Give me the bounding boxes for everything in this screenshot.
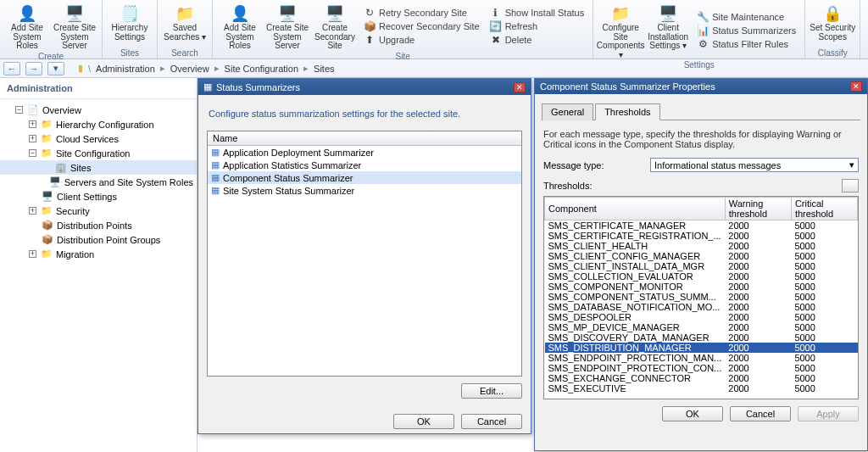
thresholds-grid[interactable]: Component Warning threshold Critical thr… <box>543 196 859 399</box>
message-type-dropdown[interactable]: Informational status messages ▾ <box>650 158 859 172</box>
tree-item[interactable]: 🖥️Client Settings <box>0 189 197 204</box>
expand-icon[interactable]: + <box>29 135 36 142</box>
summarizer-list[interactable]: Name ▦Application Deployment Summarizer▦… <box>207 131 522 377</box>
history-button[interactable]: ▾ <box>47 62 64 75</box>
cell-component: SMS_MP_DEVICE_MANAGER <box>545 322 726 332</box>
ribbon-button[interactable]: 🖥️Create SiteSystem Server <box>264 2 311 51</box>
tree-item[interactable]: +📁Migration <box>0 247 197 261</box>
tree-item[interactable]: +📁Cloud Services <box>0 131 197 146</box>
tree-item[interactable]: −📁Site Configuration <box>0 146 197 160</box>
ribbon-label: Settings <box>114 33 145 42</box>
close-icon[interactable]: ✕ <box>850 81 862 92</box>
ribbon-small-button[interactable]: ℹShow Install Status <box>488 6 587 20</box>
breadcrumb-item[interactable]: Overview <box>170 64 209 74</box>
table-row[interactable]: SMS_DESPOOLER20005000 <box>545 312 858 322</box>
table-row[interactable]: SMS_CERTIFICATE_MANAGER20005000 <box>545 220 858 232</box>
expand-icon[interactable]: + <box>29 207 36 215</box>
table-row[interactable]: SMS_DATABASE_NOTIFICATION_MO...20005000 <box>545 302 858 312</box>
ok-button[interactable]: OK <box>393 414 454 429</box>
table-row[interactable]: SMS_COMPONENT_MONITOR20005000 <box>545 282 858 292</box>
ribbon-button[interactable]: 🖥️ClientInstallation Settings ▾ <box>644 2 692 59</box>
thresholds-action-button[interactable] <box>842 179 859 193</box>
table-row[interactable]: SMS_CLIENT_HEALTH20005000 <box>545 241 858 251</box>
col-warning[interactable]: Warning threshold <box>725 198 791 220</box>
cell-warning: 2000 <box>725 302 791 312</box>
list-item[interactable]: ▦Site System Status Summarizer <box>208 184 521 197</box>
column-header-name[interactable]: Name <box>208 131 521 146</box>
cancel-button[interactable]: Cancel <box>730 406 791 421</box>
close-icon[interactable]: ✕ <box>514 82 526 92</box>
ribbon-button[interactable]: 📁Configure SiteComponents ▾ <box>597 2 644 59</box>
ribbon-small-button[interactable]: ✖Delete <box>488 33 587 47</box>
expand-icon[interactable]: − <box>29 149 36 157</box>
ribbon-button[interactable]: 🖥️CreateSecondary Site <box>311 2 359 51</box>
ribbon-small-button[interactable]: ↻Retry Secondary Site <box>362 6 481 20</box>
list-item[interactable]: ▦Component Status Summarizer <box>208 171 521 184</box>
ribbon-small-button[interactable]: 🔧Site Maintenance <box>695 10 798 24</box>
tree-item[interactable]: 🖥️Servers and Site System Roles <box>0 175 197 189</box>
ribbon-small-button[interactable]: ⚙Status Filter Rules <box>695 37 798 51</box>
ribbon-small-button[interactable]: 📦Recover Secondary Site <box>362 20 481 33</box>
tab-thresholds[interactable]: Thresholds <box>595 103 659 120</box>
table-row[interactable]: SMS_ENDPOINT_PROTECTION_MAN...20005000 <box>545 353 858 363</box>
ribbon-button[interactable]: 👤Add SiteSystem Roles <box>216 2 264 51</box>
ribbon-button[interactable]: 🔒Set SecurityScopes <box>809 2 856 47</box>
table-row[interactable]: SMS_MP_DEVICE_MANAGER20005000 <box>545 322 858 332</box>
table-row[interactable]: SMS_CLIENT_INSTALL_DATA_MGR20005000 <box>545 261 858 271</box>
breadcrumb-item[interactable]: Site Configuration <box>225 64 298 74</box>
expand-icon[interactable]: − <box>15 106 23 114</box>
tab-general[interactable]: General <box>542 103 593 120</box>
table-row[interactable]: SMS_DISCOVERY_DATA_MANAGER20005000 <box>545 332 858 343</box>
breadcrumb-root[interactable]: Administration <box>96 64 155 74</box>
cell-warning: 2000 <box>725 373 791 383</box>
list-item[interactable]: ▦Application Statistics Summarizer <box>208 159 521 171</box>
col-component[interactable]: Component <box>545 198 726 220</box>
forward-button[interactable]: → <box>25 62 42 75</box>
ribbon-label: Set Security <box>810 24 855 33</box>
table-row[interactable]: SMS_COMPONENT_STATUS_SUMM...20005000 <box>545 292 858 302</box>
tree-item[interactable]: +📁Hierarchy Configuration <box>0 117 197 131</box>
table-row[interactable]: SMS_EXCHANGE_CONNECTOR20005000 <box>545 373 858 383</box>
dialog-titlebar[interactable]: Component Status Summarizer Properties ✕ <box>535 79 867 94</box>
dropdown-value: Informational status messages <box>654 160 781 170</box>
ribbon-icon: 🔄 <box>490 20 502 32</box>
tree-item[interactable]: 📦Distribution Point Groups <box>0 232 197 247</box>
cell-critical: 5000 <box>791 312 857 322</box>
ribbon-button[interactable]: 🖥️Create SiteSystem Server <box>51 2 98 51</box>
tree-item[interactable]: +📁Security <box>0 204 197 218</box>
ribbon-small-button[interactable]: 📊Status Summarizers <box>695 24 798 37</box>
col-critical[interactable]: Critical threshold <box>791 198 857 220</box>
ribbon-button[interactable]: 🗒️HierarchySettings <box>106 2 153 47</box>
tree-icon: 🖥️ <box>42 191 53 202</box>
separator-icon: \ <box>88 64 91 74</box>
table-row[interactable]: SMS_DISTRIBUTION_MANAGER20005000 <box>545 343 858 353</box>
ribbon-button[interactable]: 👤Add SiteSystem Roles <box>3 2 51 51</box>
cell-critical: 5000 <box>791 231 857 241</box>
table-row[interactable]: SMS_CLIENT_CONFIG_MANAGER20005000 <box>545 251 858 261</box>
breadcrumb-item[interactable]: Sites <box>314 64 334 74</box>
dialog-titlebar[interactable]: ▦Status Summarizers ✕ <box>198 79 531 95</box>
tree-item[interactable]: −📄Overview <box>0 103 197 117</box>
tree-item[interactable]: 🏢Sites <box>0 160 197 175</box>
edit-button[interactable]: Edit... <box>461 383 522 399</box>
table-row[interactable]: SMS_CERTIFICATE_REGISTRATION_...20005000 <box>545 231 858 241</box>
message-type-label: Message type: <box>543 160 645 170</box>
table-row[interactable]: SMS_EXECUTIVE20005000 <box>545 383 858 393</box>
tree-icon: 📁 <box>41 205 53 216</box>
ribbon-button[interactable]: 📁SavedSearches ▾ <box>161 2 209 47</box>
apply-button[interactable]: Apply <box>798 406 859 421</box>
cancel-button[interactable]: Cancel <box>461 414 522 429</box>
table-row[interactable]: SMS_ENDPOINT_PROTECTION_CON...20005000 <box>545 363 858 373</box>
ribbon-small-button[interactable]: 🔄Refresh <box>488 20 587 33</box>
ribbon-icon: 👤 <box>16 3 38 24</box>
expand-icon[interactable]: + <box>29 120 36 128</box>
ribbon-button[interactable]: 📋Properties <box>864 2 868 47</box>
ribbon-small-button[interactable]: ⬆Upgrade <box>362 33 481 47</box>
back-button[interactable]: ← <box>3 62 20 75</box>
expand-icon[interactable]: + <box>29 250 36 258</box>
table-row[interactable]: SMS_COLLECTION_EVALUATOR20005000 <box>545 271 858 282</box>
list-item[interactable]: ▦Application Deployment Summarizer <box>208 146 521 159</box>
cell-component: SMS_DATABASE_NOTIFICATION_MO... <box>545 302 726 312</box>
tree-item[interactable]: 📦Distribution Points <box>0 218 197 232</box>
ok-button[interactable]: OK <box>662 406 723 421</box>
